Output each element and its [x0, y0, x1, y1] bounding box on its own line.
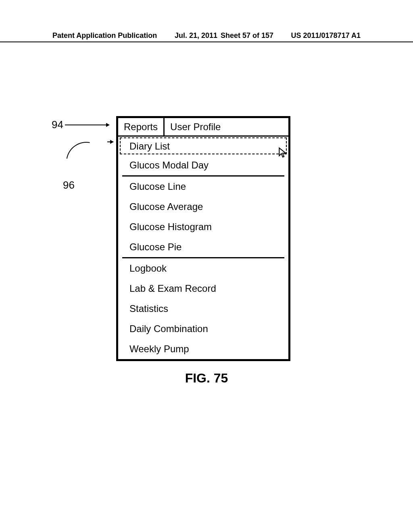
- tab-row: Reports User Profile: [118, 118, 288, 137]
- menu-window: Reports User Profile Diary List Glucos M…: [116, 116, 290, 361]
- patent-header: Patent Application Publication Jul. 21, …: [0, 31, 413, 40]
- menu-item-glucos-modal-day[interactable]: Glucos Modal Day: [118, 155, 288, 175]
- publication-type: Patent Application Publication: [52, 31, 157, 40]
- menu-item-diary-list[interactable]: Diary List: [120, 137, 287, 154]
- callout-94: 94: [52, 118, 109, 131]
- menu-item-statistics[interactable]: Statistics: [118, 299, 288, 319]
- callout-96-arrow: [107, 141, 113, 142]
- sheet-label: Sheet 57 of 157: [221, 31, 273, 40]
- callout-94-number: 94: [52, 118, 63, 131]
- publication-date: Jul. 21, 2011: [175, 31, 217, 40]
- callout-96-number: 96: [63, 179, 75, 191]
- tab-reports-label: Reports: [124, 121, 158, 133]
- menu-item-label: Lab & Exam Record: [129, 283, 216, 294]
- publication-number: US 2011/0178717 A1: [291, 31, 361, 40]
- menu-item-glucose-average[interactable]: Glucose Average: [118, 197, 288, 217]
- menu-item-label: Weekly Pump: [129, 343, 189, 354]
- menu-item-label: Diary List: [129, 141, 170, 152]
- cursor-pointer-icon: [278, 147, 288, 159]
- menu-item-glucose-line[interactable]: Glucose Line: [118, 177, 288, 197]
- menu-item-label: Statistics: [129, 303, 168, 314]
- tab-user-profile[interactable]: User Profile: [165, 118, 226, 135]
- menu-item-logbook[interactable]: Logbook: [118, 258, 288, 278]
- menu-item-label: Glucose Histogram: [129, 221, 212, 232]
- menu-item-label: Daily Combination: [129, 323, 208, 334]
- tab-user-profile-label: User Profile: [170, 121, 221, 133]
- menu-item-daily-combination[interactable]: Daily Combination: [118, 319, 288, 339]
- callout-94-arrow: [65, 125, 109, 125]
- menu-item-weekly-pump[interactable]: Weekly Pump: [118, 339, 288, 359]
- header-middle: Jul. 21, 2011 Sheet 57 of 157: [175, 31, 273, 40]
- menu-item-glucose-histogram[interactable]: Glucose Histogram: [118, 217, 288, 237]
- figure-caption: FIG. 75: [0, 371, 413, 386]
- menu-item-label: Glucose Pie: [129, 241, 181, 252]
- header-divider: [0, 42, 413, 42]
- menu-item-lab-exam-record[interactable]: Lab & Exam Record: [118, 278, 288, 299]
- menu-item-glucose-pie[interactable]: Glucose Pie: [118, 237, 288, 257]
- menu-item-label: Logbook: [129, 263, 167, 274]
- menu-item-label: Glucose Line: [129, 181, 186, 192]
- tab-reports[interactable]: Reports: [118, 118, 165, 135]
- menu-item-label: Glucose Average: [129, 201, 203, 212]
- menu-item-label: Glucos Modal Day: [129, 160, 209, 170]
